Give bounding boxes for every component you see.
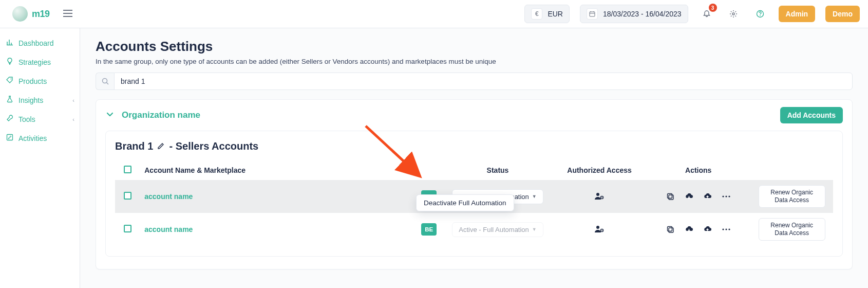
sidebar-item-label: Insights: [18, 96, 43, 104]
page-subtitle: In the same group, only one type of acco…: [96, 58, 853, 65]
top-bar: m19 € EUR 18/03/2023 - 16/04/2023 3 Admi…: [0, 0, 868, 28]
sidebar-item-products[interactable]: Products: [0, 71, 80, 91]
chevron-down-icon[interactable]: [105, 110, 115, 121]
row-checkbox[interactable]: [124, 225, 131, 232]
daterange-label: 18/03/2023 - 16/04/2023: [603, 10, 682, 18]
account-name-link[interactable]: account name: [144, 225, 193, 233]
svg-point-7: [596, 193, 599, 196]
renew-organic-access-button[interactable]: Renew Organic Data Access: [759, 185, 825, 208]
flask-icon: [6, 96, 13, 104]
svg-point-12: [725, 195, 727, 197]
brand-title-row: Brand 1 - Sellers Accounts: [115, 140, 833, 152]
sidebar-item-label: Strategies: [18, 58, 51, 66]
svg-rect-9: [669, 195, 673, 200]
hamburger-icon[interactable]: [60, 6, 76, 23]
cloud-down-icon[interactable]: [682, 222, 697, 237]
authorized-access-icon[interactable]: [594, 193, 605, 202]
organization-card: Organization name Add Accounts Brand 1 -…: [96, 99, 853, 269]
search-input[interactable]: [114, 73, 853, 90]
organization-name: Organization name: [122, 110, 200, 120]
svg-point-18: [722, 228, 724, 230]
demo-button[interactable]: Demo: [825, 6, 860, 22]
copy-icon[interactable]: [663, 222, 678, 237]
settings-button[interactable]: [725, 6, 742, 22]
organization-header: Organization name Add Accounts: [105, 107, 843, 123]
col-header-name: Account Name & Marketplace: [140, 160, 415, 180]
status-dropdown-option[interactable]: Deactivate Full Automation: [424, 199, 506, 207]
sidebar-item-tools[interactable]: Tools ‹: [0, 110, 80, 129]
sidebar-item-dashboard[interactable]: Dashboard: [0, 33, 80, 52]
wrench-icon: [6, 115, 13, 123]
svg-point-13: [728, 195, 730, 197]
chevron-left-icon: ‹: [72, 116, 74, 122]
pencil-icon[interactable]: [157, 142, 165, 151]
chevron-left-icon: ‹: [72, 97, 74, 103]
svg-point-14: [596, 226, 599, 229]
sidebar: Dashboard Strategies Products Insights ‹…: [0, 28, 80, 288]
admin-button[interactable]: Admin: [779, 6, 816, 22]
svg-point-19: [725, 228, 727, 230]
lightbulb-icon: [6, 58, 13, 66]
sidebar-item-label: Tools: [18, 115, 35, 123]
more-icon[interactable]: [719, 189, 734, 204]
calendar-icon: [587, 8, 598, 20]
edit-square-icon: [6, 134, 13, 142]
table-header-row: Account Name & Marketplace Status Author…: [115, 160, 833, 180]
cloud-down-icon[interactable]: [682, 189, 697, 204]
svg-rect-10: [668, 193, 672, 198]
sidebar-item-label: Dashboard: [18, 39, 54, 47]
page-title: Accounts Settings: [96, 39, 853, 55]
brand-section-suffix: - Sellers Accounts: [169, 140, 258, 152]
search-bar: [96, 73, 853, 90]
col-header-status: Status: [443, 160, 553, 180]
sidebar-item-label: Activities: [18, 134, 47, 142]
col-header-access: Authorized Access: [553, 160, 646, 180]
tag-icon: [6, 77, 13, 85]
chart-icon: [6, 39, 13, 47]
svg-point-20: [728, 228, 730, 230]
row-checkbox[interactable]: [124, 192, 131, 200]
euro-icon: €: [531, 8, 542, 20]
sidebar-item-strategies[interactable]: Strategies: [0, 52, 80, 71]
notifications-badge: 3: [709, 4, 717, 12]
svg-point-4: [11, 79, 12, 80]
renew-organic-access-button[interactable]: Renew Organic Data Access: [759, 218, 825, 241]
currency-selector[interactable]: € EUR: [524, 5, 570, 23]
cloud-up-icon[interactable]: [700, 189, 715, 204]
svg-rect-0: [590, 12, 595, 16]
svg-rect-16: [669, 228, 673, 232]
account-name-link[interactable]: account name: [144, 192, 193, 201]
svg-point-6: [102, 79, 107, 83]
status-dropdown-menu: Deactivate Full Automation: [416, 194, 514, 211]
brand-logo[interactable]: m19: [12, 6, 50, 22]
col-header-actions: Actions: [646, 160, 750, 180]
copy-icon[interactable]: [663, 189, 678, 204]
sidebar-item-activities[interactable]: Activities: [0, 129, 80, 148]
actions-group: [663, 222, 734, 237]
brand-name: m19: [32, 9, 50, 20]
authorized-access-icon[interactable]: [594, 226, 605, 235]
brand-name: Brand 1: [115, 140, 153, 152]
marketplace-flag: BE: [421, 223, 437, 236]
sidebar-item-insights[interactable]: Insights ‹: [0, 91, 80, 110]
table-row: account name BE Active - Full Automation…: [115, 213, 833, 246]
select-all-checkbox[interactable]: [124, 166, 131, 173]
caret-down-icon: ▼: [532, 227, 537, 232]
add-accounts-button[interactable]: Add Accounts: [780, 107, 843, 123]
notifications-button[interactable]: 3: [699, 6, 715, 22]
svg-rect-5: [7, 135, 13, 140]
main-content: Accounts Settings In the same group, onl…: [80, 28, 868, 288]
svg-point-11: [722, 195, 724, 197]
svg-rect-17: [668, 226, 672, 231]
more-icon[interactable]: [719, 222, 734, 237]
svg-point-3: [760, 15, 761, 16]
svg-point-1: [732, 13, 734, 15]
daterange-selector[interactable]: 18/03/2023 - 16/04/2023: [580, 5, 688, 23]
sidebar-item-label: Products: [18, 77, 47, 85]
caret-down-icon: ▼: [532, 194, 537, 199]
logo-orb-icon: [12, 6, 28, 22]
cloud-up-icon[interactable]: [700, 222, 715, 237]
status-dropdown[interactable]: Active - Full Automation ▼: [452, 222, 543, 237]
help-button[interactable]: [752, 6, 768, 22]
status-label: Active - Full Automation: [459, 226, 529, 233]
